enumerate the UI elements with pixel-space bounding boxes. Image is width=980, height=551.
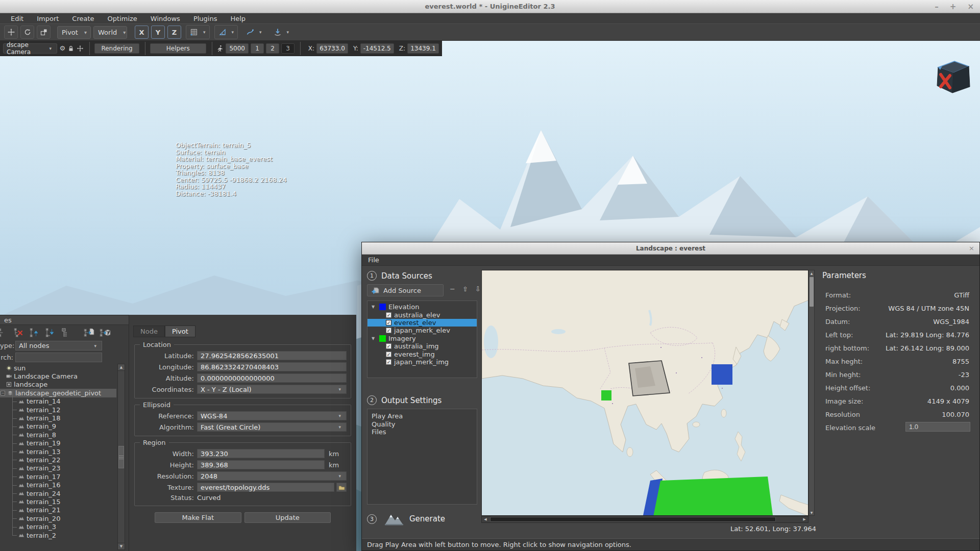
tree-item-terrain[interactable]: terrain_2 [0,531,116,539]
region-resolution-dropdown[interactable]: 2048▾ [197,471,347,481]
menu-windows[interactable]: Windows [144,15,187,22]
speed-preset-2-button[interactable]: 2 [266,43,279,54]
move-node-up-icon[interactable] [29,327,41,339]
tree-item-terrain[interactable]: terrain_19 [0,439,116,447]
camera-speed-input[interactable]: 5000 [226,43,249,54]
minimize-button[interactable]: – [935,3,939,11]
tree-item-landscape-camera[interactable]: Landscape Camera [0,372,116,380]
tab-node[interactable]: Node [133,325,165,337]
space-mode-dropdown[interactable]: World [93,26,127,39]
chevron-down-icon[interactable]: ▼ [372,305,377,309]
source-item-everest-img[interactable]: ✓ everest_img [368,350,477,358]
speed-preset-1-button[interactable]: 1 [251,43,264,54]
snap-curve-icon[interactable] [244,26,256,38]
axis-x-button[interactable]: X [135,26,149,39]
tree-item-terrain[interactable]: terrain_24 [0,489,116,497]
camera-lock-icon[interactable] [67,44,75,53]
chevron-down-icon[interactable]: ▾ [230,30,236,35]
coord-y-input[interactable]: -14512.5 [360,43,394,54]
move-node-down-icon[interactable] [44,327,57,339]
scale-tool-button[interactable] [37,26,51,39]
tree-item-terrain[interactable]: terrain_21 [0,506,116,514]
move-source-down-icon[interactable]: ⇩ [475,285,481,293]
region-height-field[interactable]: 389.368 [197,460,325,469]
tree-item-terrain[interactable]: terrain_16 [0,481,116,489]
japan-region-overlay[interactable] [712,364,732,385]
scroll-up-arrow-icon[interactable]: ▲ [118,364,125,371]
longitude-field[interactable]: 86.8623324270408403 [197,362,347,371]
scroll-up-arrow-icon[interactable]: ▲ [809,270,814,276]
remove-source-icon[interactable]: − [450,285,455,293]
elevation-scale-input[interactable] [905,422,970,432]
add-node-icon[interactable] [0,327,9,339]
output-item-quality[interactable]: Quality [372,420,477,429]
chevron-down-icon[interactable]: ▼ [372,336,377,341]
rotate-tool-button[interactable] [20,26,34,39]
angle-snap-icon[interactable] [216,26,229,38]
tree-expander-icon[interactable]: − [1,391,5,395]
speed-preset-3-button[interactable]: 3 [281,43,295,54]
checkbox-checked-icon[interactable]: ✓ [386,312,391,318]
reference-dropdown[interactable]: WGS-84▾ [197,411,347,420]
camera-selector-dropdown[interactable]: dscape Camera ▾ [3,43,57,54]
tree-item-terrain[interactable]: terrain_12 [0,406,116,414]
rendering-button[interactable]: Rendering [94,43,139,54]
source-group-imagery[interactable]: ▼ Imagery [368,335,477,342]
region-texture-field[interactable]: everest/topology.dds [197,483,334,492]
tree-scrollbar[interactable]: ▲ ▼ [117,364,125,550]
source-group-elevation[interactable]: ▼ Elevation [368,303,477,311]
camera-settings-gear-icon[interactable]: ⚙ [59,44,65,53]
tree-item-terrain[interactable]: terrain_9 [0,422,116,431]
tree-item-terrain[interactable]: terrain_14 [0,397,116,406]
scroll-left-arrow-icon[interactable]: ◀ [482,517,489,521]
menu-import[interactable]: Import [30,15,65,22]
coordinates-dropdown[interactable]: X - Y - Z (Local)▾ [197,385,347,394]
type-filter-dropdown[interactable]: All nodes ▾ [15,341,102,350]
source-item-australia-img[interactable]: ✓ australia_img [368,342,477,350]
source-item-australia-elev[interactable]: ✓ australia_elev [368,311,477,318]
scroll-right-arrow-icon[interactable]: ▶ [801,517,808,521]
tree-item-terrain[interactable]: terrain_13 [0,447,116,456]
altitude-field[interactable]: 0.0000000000000000 [197,373,347,383]
output-item-files[interactable]: Files [372,428,477,436]
export-node-as-mesh-icon[interactable] [99,327,111,339]
checkbox-checked-icon[interactable]: ✓ [386,328,391,333]
tree-item-sun[interactable]: sun [0,364,116,372]
menu-plugins[interactable]: Plugins [187,15,224,22]
checkbox-checked-icon[interactable]: ✓ [386,359,391,365]
map-vscroll-thumb[interactable] [810,277,814,307]
scroll-down-arrow-icon[interactable]: ▼ [809,510,814,515]
update-button[interactable]: Update [244,512,331,523]
chevron-down-icon[interactable]: ▾ [257,30,264,35]
maximize-button[interactable]: + [950,3,957,11]
source-item-everest-elev[interactable]: ✓ everest_elev [368,319,477,327]
tab-pivot[interactable]: Pivot [165,325,195,337]
pivot-mode-dropdown[interactable]: Pivot [57,26,91,39]
tree-item-landscape-geodetic-pivot[interactable]: − landscape_geodetic_pivot [0,389,116,397]
checkbox-checked-icon[interactable]: ✓ [386,343,391,349]
move-source-up-icon[interactable]: ⇧ [462,285,468,293]
menu-optimize[interactable]: Optimize [101,15,144,22]
dialog-menu-file[interactable]: File [368,256,379,264]
delete-node-icon[interactable] [13,327,25,339]
make-flat-button[interactable]: Make Flat [155,512,241,523]
node-search-input[interactable] [15,353,102,362]
coord-x-input[interactable]: 63733.0 [316,43,348,54]
nepal-region-overlay[interactable] [601,390,611,400]
latitude-field[interactable]: 27.9625428562635001 [197,351,347,360]
tree-item-terrain[interactable]: terrain_8 [0,431,116,439]
axis-z-button[interactable]: Z [167,26,181,39]
tree-item-landscape[interactable]: landscape [0,381,116,389]
tree-item-terrain[interactable]: terrain_15 [0,497,116,506]
tree-item-terrain[interactable]: terrain_22 [0,456,116,464]
source-item-japan-merk-img[interactable]: ✓ japan_merk_img [368,358,477,366]
tree-item-terrain[interactable]: terrain_23 [0,464,116,472]
output-item-play-area[interactable]: Play Area [372,412,477,420]
tree-scrollbar-thumb[interactable] [118,446,124,468]
checkbox-checked-icon[interactable]: ✓ [386,352,391,357]
export-node-icon[interactable] [83,327,95,339]
menu-create[interactable]: Create [65,15,101,22]
close-button[interactable]: × [967,3,974,11]
dialog-titlebar[interactable]: Landscape : everest × [362,242,979,255]
map-hscroll-thumb[interactable] [490,517,776,522]
